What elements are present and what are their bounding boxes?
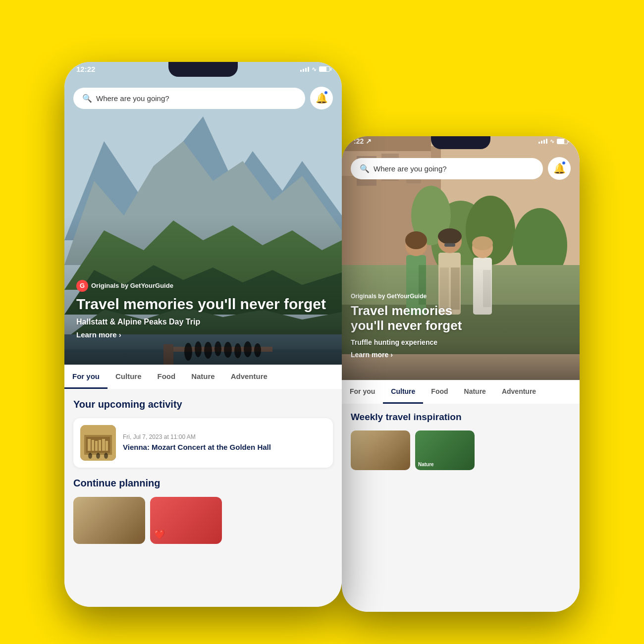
time-2: :22 ↗ [354,137,372,145]
battery-2 [557,139,568,144]
phone-1: 12:22 ∿ [64,62,342,607]
bell-button-1[interactable]: 🔔 [310,87,333,109]
hero-bg-svg-1 [64,62,342,389]
svg-point-57 [438,228,462,244]
nature-label-card: Nature [418,462,434,467]
hero-text-2: Originals by GetYourGuide Travel memorie… [351,291,568,359]
tab-food-2[interactable]: Food [423,380,456,404]
inspiration-card-nature[interactable]: Nature [415,430,475,470]
badge-text-1: Originals by GetYourGuide [91,282,173,289]
g-logo-1: G [76,280,88,292]
svg-point-28 [88,453,92,459]
category-tabs-1: For you Culture Food Nature Adventure [64,365,342,389]
bell-button-2[interactable]: 🔔 [548,157,571,180]
phones-container: 12:22 ∿ [50,37,594,607]
hero-badge-1: G Originals by GetYourGuide [76,280,173,292]
hero-1: 12:22 ∿ [64,62,342,389]
hero-title-2: Travel memories you'll never forget [351,304,568,333]
search-text-1: Where are you going? [96,94,169,103]
activity-thumb [80,425,116,461]
svg-rect-22 [88,439,91,451]
upcoming-title: Your upcoming activity [73,399,333,410]
status-bar-2: :22 ↗ ∿ [342,136,580,148]
svg-rect-23 [92,440,94,451]
tab-culture-2[interactable]: Culture [383,380,423,404]
tab-nature-2[interactable]: Nature [456,380,494,404]
tab-food-1[interactable]: Food [150,365,184,389]
svg-rect-25 [99,440,101,451]
tab-adventure-2[interactable]: Adventure [494,380,544,404]
hero-title-1: Travel memories you'll never forget [76,296,330,313]
activity-info: Fri, Jul 7, 2023 at 11:00 AM Vienna: Moz… [123,433,326,452]
status-icons-2: ∿ [538,138,568,145]
tab-adventure-1[interactable]: Adventure [223,365,275,389]
wifi-icon-1: ∿ [312,66,317,73]
svg-rect-26 [102,439,105,451]
status-icons-1: ∿ [300,66,330,73]
svg-rect-59 [444,243,455,247]
search-bar-1[interactable]: 🔍 Where are you going? [73,88,305,109]
continue-title: Continue planning [73,478,333,489]
search-text-2: Where are you going? [374,164,447,173]
tab-nature-1[interactable]: Nature [183,365,223,389]
header-1: 🔍 Where are you going? 🔔 [64,87,342,109]
signal-1 [300,67,309,72]
search-bar-2[interactable]: 🔍 Where are you going? [351,158,543,179]
svg-point-56 [405,231,427,249]
battery-1 [319,66,330,72]
activity-date: Fri, Jul 7, 2023 at 11:00 AM [123,433,326,440]
svg-point-29 [96,453,100,459]
inspiration-card-1[interactable] [351,430,410,470]
svg-point-39 [466,196,515,265]
svg-point-30 [104,453,108,459]
hero-subtitle-1: Hallstatt & Alpine Peaks Day Trip [76,318,330,326]
hero-badge-2: Originals by GetYourGuide [351,293,427,300]
search-icon-1: 🔍 [82,94,92,103]
activity-name: Vienna: Mozart Concert at the Golden Hal… [123,442,326,452]
category-tabs-2: For you Culture Food Nature Adventure [342,380,580,404]
svg-rect-24 [95,441,98,451]
continue-section: Continue planning ❤️ [64,478,342,544]
activity-card[interactable]: Fri, Jul 7, 2023 at 11:00 AM Vienna: Moz… [73,418,333,468]
learn-more-1[interactable]: Learn more › [76,330,121,339]
continue-cards: ❤️ [73,497,333,544]
badge-text-2: Originals by GetYourGuide [351,293,427,300]
wifi-icon-2: ∿ [550,138,554,145]
continue-card-1[interactable] [73,497,145,544]
header-2: 🔍 Where are you going? 🔔 [342,157,580,180]
hero-text-1: G Originals by GetYourGuide Travel memor… [76,280,330,340]
continue-card-2[interactable]: ❤️ [150,497,222,544]
svg-rect-27 [106,441,108,451]
upcoming-section: Your upcoming activity [64,389,342,468]
svg-point-58 [472,236,493,250]
notification-dot-2 [562,161,566,165]
signal-2 [538,139,547,144]
time-1: 12:22 [76,65,95,73]
hero-subtitle-2: Truffle hunting experience [351,338,568,346]
tab-for-you-1[interactable]: For you [64,365,107,389]
phone-2: :22 ↗ ∿ [342,136,580,612]
tab-culture-1[interactable]: Culture [107,365,150,389]
hero-2: :22 ↗ ∿ [342,136,580,404]
inspiration-cards: Nature [351,430,571,470]
tab-for-you-2[interactable]: For you [342,380,383,404]
inspiration-title: Weekly travel inspiration [351,412,571,423]
content-2: Weekly travel inspiration Nature [342,404,580,612]
search-icon-2: 🔍 [360,164,370,173]
status-bar-1: 12:22 ∿ [64,62,342,76]
learn-more-2[interactable]: Learn more › [351,351,393,359]
notification-dot-1 [324,91,328,95]
